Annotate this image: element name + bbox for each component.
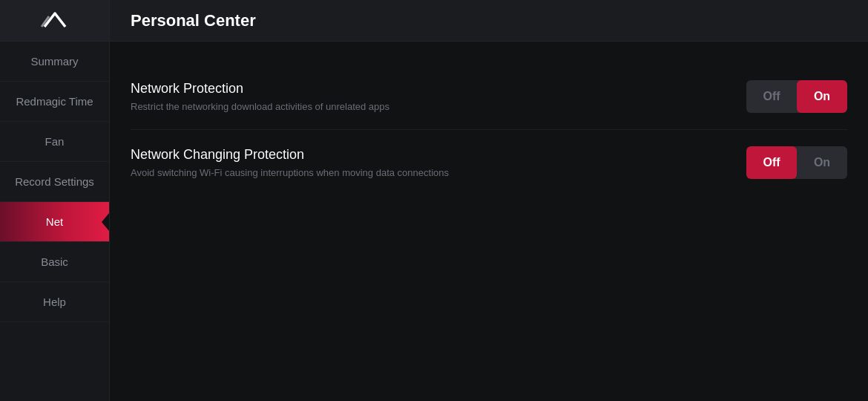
redmagic-logo-icon <box>39 9 71 33</box>
sidebar-item-summary[interactable]: Summary <box>0 42 109 82</box>
network-protection-desc: Restrict the networking download activit… <box>131 101 389 112</box>
network-protection-toggle-group: Off On <box>746 80 847 113</box>
network-protection-info: Network Protection Restrict the networki… <box>131 81 389 112</box>
sidebar: Summary Redmagic Time Fan Record Setting… <box>0 0 110 401</box>
network-changing-protection-title: Network Changing Protection <box>131 147 449 163</box>
network-protection-row: Network Protection Restrict the networki… <box>131 64 847 130</box>
network-protection-off-button[interactable]: Off <box>746 80 797 113</box>
sidebar-header <box>0 0 109 42</box>
page-title: Personal Center <box>131 11 256 30</box>
network-changing-protection-row: Network Changing Protection Avoid switch… <box>131 130 847 195</box>
network-protection-on-button[interactable]: On <box>797 80 847 113</box>
network-changing-protection-on-button[interactable]: On <box>797 146 847 179</box>
main-panel: Personal Center Network Protection Restr… <box>110 0 868 401</box>
sidebar-item-redmagic-time[interactable]: Redmagic Time <box>0 82 109 122</box>
network-changing-protection-toggle-group: Off On <box>746 146 847 179</box>
sidebar-item-fan[interactable]: Fan <box>0 122 109 162</box>
sidebar-item-help[interactable]: Help <box>0 282 109 322</box>
sidebar-item-record-settings[interactable]: Record Settings <box>0 162 109 202</box>
network-protection-title: Network Protection <box>131 81 389 97</box>
network-changing-protection-off-button[interactable]: Off <box>746 146 797 179</box>
sidebar-item-basic[interactable]: Basic <box>0 242 109 282</box>
main-header: Personal Center <box>110 0 868 42</box>
main-content: Network Protection Restrict the networki… <box>110 42 868 401</box>
network-changing-protection-info: Network Changing Protection Avoid switch… <box>131 147 449 178</box>
network-changing-protection-desc: Avoid switching Wi-Fi causing interrupti… <box>131 167 449 178</box>
sidebar-item-net[interactable]: Net <box>0 202 109 242</box>
